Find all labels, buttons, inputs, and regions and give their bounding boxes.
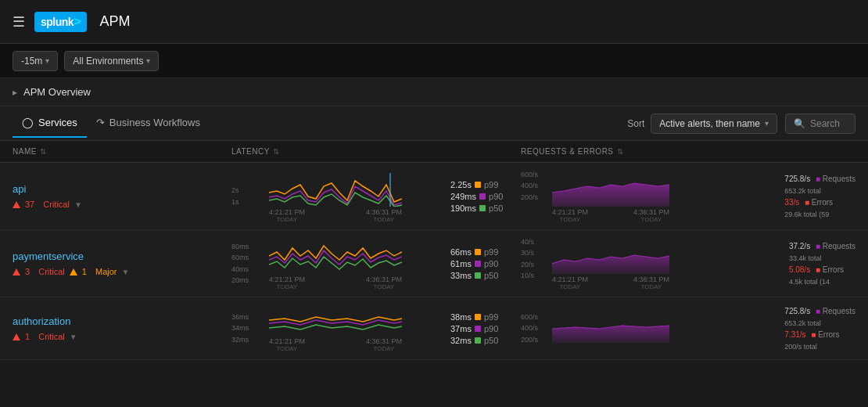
latency-y-axis: 80ms 60ms 40ms 20ms xyxy=(231,241,263,286)
menu-button[interactable]: ☰ xyxy=(13,13,25,31)
req-y3: 200/s xyxy=(521,192,538,203)
p99-value: 2.25s xyxy=(450,180,472,189)
svg-marker-1 xyxy=(552,183,669,207)
latency-stats: 2.25s p99 249ms p90 190ms p50 xyxy=(450,180,521,213)
req-y1: 600/s xyxy=(521,169,538,180)
stat-p99: 2.25s p99 xyxy=(450,180,521,189)
time-range-arrow: ▾ xyxy=(45,56,49,65)
stat-p90: 249ms p90 xyxy=(450,192,521,201)
alert-dropdown-icon[interactable]: ▼ xyxy=(74,200,82,209)
col-requests-label: REQUESTS & ERRORS xyxy=(521,147,614,156)
logo-text: splunk xyxy=(41,16,74,28)
req-value-line: 725.8/s ■ Requests xyxy=(784,174,855,185)
critical-triangle-icon xyxy=(13,201,20,208)
critical-badge: 1 Critical xyxy=(25,332,65,341)
latency-chart-svg xyxy=(269,236,402,274)
err-dot: ■ xyxy=(805,198,809,207)
breadcrumb-label: APM Overview xyxy=(23,86,91,98)
toolbar: -15m ▾ All Environments ▾ xyxy=(0,44,868,78)
requests-y-axis: 40/s 30/s 20/s 10/s xyxy=(521,236,549,282)
table-row: paymentservice 3 Critical 1 Major ▼ 80ms… xyxy=(0,230,868,297)
workflows-icon: ↷ xyxy=(96,117,105,128)
time-end: 4:36:31 PM xyxy=(366,208,402,216)
critical-badge: 3 Critical xyxy=(25,267,65,276)
err-total: 29.6k total (59 xyxy=(784,211,855,218)
err-value: 33/s xyxy=(784,198,799,207)
time-range-value: -15m xyxy=(21,56,42,67)
app-title: APM xyxy=(99,13,130,30)
service-name[interactable]: authorization xyxy=(13,315,231,327)
tab-business-workflows[interactable]: ↷ Business Workflows xyxy=(87,109,210,138)
sort-dropdown[interactable]: Active alerts, then name ▾ xyxy=(651,113,777,134)
tab-services-label: Services xyxy=(38,117,77,128)
major-badge: 1 Major xyxy=(82,267,117,276)
services-icon: ◯ xyxy=(22,117,34,128)
col-requests-sort-icon[interactable]: ⇅ xyxy=(617,147,624,156)
time-range-button[interactable]: -15m ▾ xyxy=(13,51,58,71)
latency-chart-svg xyxy=(269,169,402,207)
apm-overview-breadcrumb[interactable]: ▸ APM Overview xyxy=(0,78,868,106)
environment-value: All Environments xyxy=(73,56,143,67)
tab-workflows-label: Business Workflows xyxy=(109,117,200,128)
stat-p50: 33ms p50 xyxy=(450,271,521,280)
service-name-col: paymentservice 3 Critical 1 Major ▼ xyxy=(13,236,231,290)
col-name-sort-icon[interactable]: ⇅ xyxy=(40,147,47,156)
environment-arrow: ▾ xyxy=(146,56,150,65)
req-dot: ■ xyxy=(816,175,820,183)
err-label: Errors xyxy=(812,198,833,207)
requests-stats: 725.8/s ■ Requests 653.2k total 33/s ■ E… xyxy=(784,174,855,218)
latency-x-labels: 4:21:21 PM TODAY 4:36:31 PM TODAY xyxy=(269,208,402,223)
stat-p99: 66ms p99 xyxy=(450,247,521,257)
critical-badge: 37 Critical xyxy=(25,200,70,209)
p99-dot xyxy=(475,182,481,188)
latency-stats: 66ms p99 61ms p90 33ms p50 xyxy=(450,247,521,280)
search-box[interactable]: 🔍 Search xyxy=(785,113,855,134)
latency-y-axis: 36ms 34ms 32ms xyxy=(231,312,263,345)
alert-dropdown-icon[interactable]: ▼ xyxy=(122,268,130,276)
service-name[interactable]: paymentservice xyxy=(13,250,231,262)
splunk-logo: splunk> xyxy=(34,12,87,32)
critical-triangle-icon xyxy=(13,268,20,276)
table-row: authorization 1 Critical ▼ 36ms 34ms 32m… xyxy=(0,297,868,360)
col-name-label: NAME xyxy=(13,147,37,156)
requests-col: 600/s 400/s 200/s xyxy=(521,304,855,353)
col-header-name: NAME ⇅ xyxy=(13,147,231,156)
stat-p50: 190ms p50 xyxy=(450,204,521,213)
sort-dropdown-arrow: ▾ xyxy=(765,119,769,128)
col-latency-sort-icon[interactable]: ⇅ xyxy=(273,147,280,156)
p50-value: 190ms xyxy=(450,204,476,213)
requests-chart-svg xyxy=(552,312,669,343)
latency-chart-col: 80ms 60ms 40ms 20ms 4:21:21 PM TODAY 4:3… xyxy=(231,236,521,290)
p90-label: p90 xyxy=(489,192,503,201)
sort-label: Sort xyxy=(627,118,644,129)
requests-x-labels: 4:21:21 PM TODAY 4:36:31 PM TODAY xyxy=(552,276,669,290)
chevron-right-icon: ▸ xyxy=(13,87,17,98)
service-name[interactable]: api xyxy=(13,183,231,195)
p50-label: p50 xyxy=(489,204,503,213)
requests-col: 600/s 400/s 200/s xyxy=(521,169,855,223)
requests-y-axis: 600/s 400/s 200/s xyxy=(521,169,549,203)
requests-col: 40/s 30/s 20/s 10/s xyxy=(521,236,855,290)
tab-services[interactable]: ◯ Services xyxy=(13,109,87,138)
req-total: 653.2k total xyxy=(784,187,855,195)
col-header-latency: LATENCY ⇅ xyxy=(231,147,521,156)
latency-stats: 38ms p99 37ms p90 32ms p50 xyxy=(450,312,521,345)
environment-button[interactable]: All Environments ▾ xyxy=(64,51,159,71)
alert-dropdown-icon[interactable]: ▼ xyxy=(70,333,77,341)
latency-x-labels: 4:21:21 PM TODAY 4:36:31 PM TODAY xyxy=(269,337,402,352)
p90-dot xyxy=(479,193,486,200)
sort-value: Active alerts, then name xyxy=(659,118,760,129)
y-label-1: 2s xyxy=(231,185,239,196)
search-placeholder: Search xyxy=(810,118,840,129)
requests-stats: 725.8/s ■ Requests 653.2k total 7.31/s ■… xyxy=(784,306,855,351)
service-name-col: authorization 1 Critical ▼ xyxy=(13,304,231,353)
req-y2: 400/s xyxy=(521,180,538,191)
stat-p90: 61ms p90 xyxy=(450,259,521,268)
req-label: Requests xyxy=(823,175,855,183)
requests-x-labels: 4:21:21 PM TODAY 4:36:31 PM TODAY xyxy=(552,208,669,223)
p99-label: p99 xyxy=(484,180,498,189)
alerts-row: 3 Critical 1 Major ▼ xyxy=(13,267,231,276)
app-header: ☰ splunk> APM xyxy=(0,0,868,44)
svg-marker-3 xyxy=(552,326,669,343)
critical-triangle-icon xyxy=(13,333,20,340)
